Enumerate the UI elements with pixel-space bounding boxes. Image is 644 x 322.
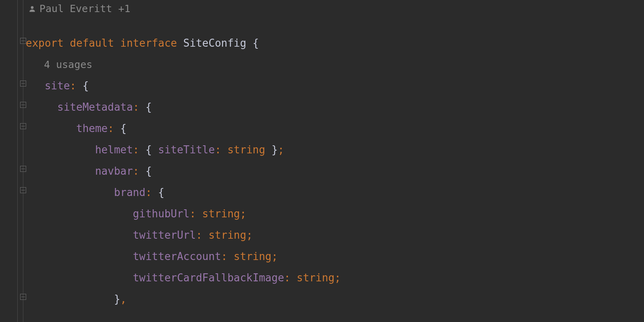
prop-githuburl: githubUrl <box>133 208 190 220</box>
code-line[interactable]: navbar: { <box>26 161 644 182</box>
prop-navbar: navbar <box>95 165 133 177</box>
code-line[interactable]: theme: { <box>26 118 644 139</box>
fold-toggle-icon[interactable] <box>20 38 26 44</box>
fold-toggle-icon[interactable] <box>20 294 26 300</box>
code-line[interactable]: site: { <box>26 75 644 97</box>
type-string: string <box>297 272 334 284</box>
prop-twittercardfallbackimage: twitterCardFallbackImage <box>133 272 284 284</box>
code-line[interactable]: brand: { <box>26 182 644 203</box>
code-line[interactable]: helmet: { siteTitle: string }; <box>26 139 644 161</box>
code-editor: Paul Everitt +1 export default interface… <box>0 0 644 322</box>
prop-twitteraccount: twitterAccount <box>133 250 221 262</box>
fold-toggle-icon[interactable] <box>20 123 26 129</box>
identifier-siteconfig: SiteConfig <box>183 37 246 49</box>
usages-hint[interactable]: 4 usages <box>26 54 644 75</box>
gutter-divider-2 <box>23 0 23 322</box>
keyword-interface: interface <box>120 37 177 49</box>
fold-toggle-icon[interactable] <box>20 80 26 87</box>
code-line[interactable]: siteMetadata: { <box>26 97 644 118</box>
brace-open: { <box>253 37 259 49</box>
prop-helmet: helmet <box>95 144 133 156</box>
code-line[interactable]: export default interface SiteConfig { <box>26 33 644 54</box>
prop-brand: brand <box>114 186 145 198</box>
prop-site: site <box>45 80 70 92</box>
usages-hint-text: 4 usages <box>44 59 92 70</box>
prop-twitterurl: twitterUrl <box>133 229 196 241</box>
type-string: string <box>202 208 240 220</box>
code-line[interactable]: }, <box>26 289 644 310</box>
prop-sitetitle: siteTitle <box>158 144 215 156</box>
type-string: string <box>208 229 246 241</box>
keyword-default: default <box>70 37 114 49</box>
code-line[interactable]: twitterUrl: string; <box>26 225 644 246</box>
prop-sitemetadata: siteMetadata <box>57 101 133 113</box>
person-icon <box>28 5 36 13</box>
type-string: string <box>227 144 265 156</box>
prop-theme: theme <box>76 122 107 134</box>
fold-toggle-icon[interactable] <box>20 166 26 172</box>
type-string: string <box>234 250 272 262</box>
code-line[interactable]: twitterAccount: string; <box>26 246 644 267</box>
gutter <box>0 0 26 322</box>
keyword-export: export <box>26 37 64 49</box>
fold-toggle-icon[interactable] <box>20 102 26 108</box>
code-line[interactable]: twitterCardFallbackImage: string; <box>26 267 644 289</box>
code-line[interactable]: githubUrl: string; <box>26 203 644 225</box>
code-area[interactable]: Paul Everitt +1 export default interface… <box>26 0 644 322</box>
gutter-divider <box>17 0 18 322</box>
author-hint[interactable]: Paul Everitt +1 <box>28 0 130 19</box>
author-hint-text: Paul Everitt +1 <box>39 3 130 14</box>
fold-toggle-icon[interactable] <box>20 187 26 193</box>
svg-point-14 <box>31 6 34 9</box>
